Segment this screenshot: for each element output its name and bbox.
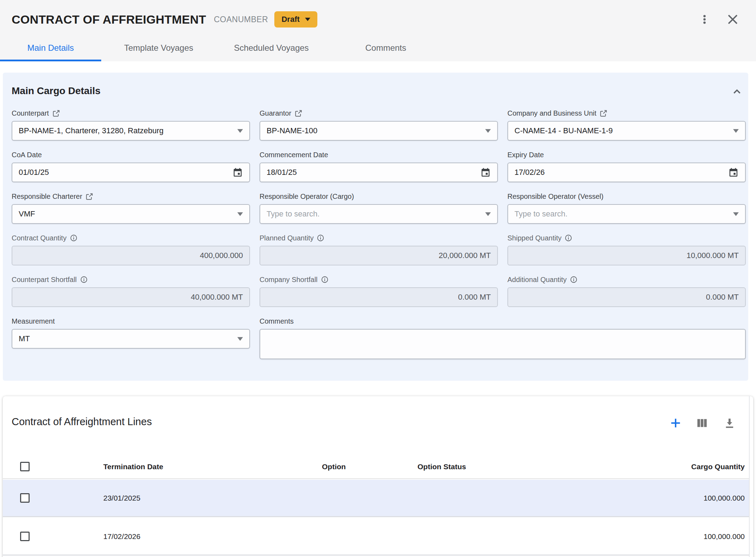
main-cargo-form: Counterpart BP-NAME-1, Charterer, 31280,… [12,108,746,369]
window-header: CONTRACT OF AFFREIGHTMENT COANUMBER Draf… [0,0,756,61]
cell-termination-date: 17/02/2026 [103,518,140,555]
company-shortfall-value: 0.000 MT [267,293,491,302]
chevron-down-icon [733,212,739,216]
coa-lines-section: Contract of Affreightment Lines Terminat… [3,396,753,557]
column-header-option-status[interactable]: Option Status [417,454,466,479]
info-icon[interactable] [565,234,572,242]
calendar-icon[interactable] [480,167,491,178]
shipped-quantity-label: Shipped Quantity [507,234,561,242]
manage-columns-button[interactable] [694,415,710,431]
counterpart-shortfall-label-row: Counterpart Shortfall [12,274,250,285]
company-shortfall-field: 0.000 MT [260,287,498,307]
counterpart-value: BP-NAME-1, Charterer, 31280, Ratzeburg [19,126,234,135]
cell-termination-date: 23/01/2025 [103,480,140,516]
info-icon[interactable] [570,276,578,283]
info-icon[interactable] [321,276,329,283]
commencement-date-input[interactable]: 18/01/25 [260,163,498,182]
responsible-charterer-value: VMF [19,209,234,219]
company-bu-select[interactable]: C-NAME-14 - BU-NAME-1-9 [507,121,746,141]
tab-comments[interactable]: Comments [327,39,445,61]
counterpart-select[interactable]: BP-NAME-1, Charterer, 31280, Ratzeburg [12,121,250,141]
coa-date-value: 01/01/25 [19,168,229,177]
plus-icon [669,416,682,430]
tab-scheduled-voyages[interactable]: Scheduled Voyages [216,39,327,61]
chevron-down-icon [485,212,491,216]
expiry-date-input[interactable]: 17/02/26 [507,163,746,182]
calendar-icon[interactable] [728,167,739,178]
download-icon [723,417,736,429]
external-link-icon[interactable] [294,109,303,117]
title-row: CONTRACT OF AFFREIGHTMENT COANUMBER Draf… [0,0,756,39]
page-title: CONTRACT OF AFFREIGHTMENT [12,13,206,26]
counterpart-shortfall-field: 40,000.000 MT [12,287,250,307]
responsible-operator-cargo-select[interactable]: Type to search. [260,204,498,224]
info-icon[interactable] [70,234,78,242]
form-row-5: Counterpart Shortfall 40,000.000 MT Comp… [12,274,746,307]
counterpart-shortfall-value: 40,000.000 MT [19,293,243,302]
responsible-operator-vessel-placeholder: Type to search. [514,209,730,219]
row-checkbox[interactable] [20,532,30,541]
close-button[interactable] [725,12,740,27]
row-checkbox[interactable] [20,493,30,503]
responsible-operator-cargo-label: Responsible Operator (Cargo) [260,192,354,201]
info-icon[interactable] [317,234,324,242]
measurement-select[interactable]: MT [12,329,250,349]
external-link-icon[interactable] [52,109,60,117]
additional-quantity-label: Additional Quantity [507,276,567,284]
lines-table-header: Termination Date Option Option Status Ca… [3,454,749,479]
counterpart-label-row: Counterpart [12,108,250,118]
tab-label: Scheduled Voyages [234,43,309,53]
info-icon[interactable] [80,276,88,283]
cell-cargo-quantity: 100,000.000 [703,518,745,555]
measurement-value: MT [19,334,234,343]
download-button[interactable] [722,415,737,431]
comments-textarea[interactable] [260,329,746,359]
counterpart-label: Counterpart [12,109,49,117]
external-link-icon[interactable] [599,109,608,117]
contract-quantity-field: 400,000.000 [12,246,250,265]
responsible-charterer-select[interactable]: VMF [12,204,250,224]
planned-quantity-field: 20,000.000 MT [260,246,498,265]
chevron-down-icon [733,129,739,133]
main-cargo-details-section: Main Cargo Details Counterpart BP-NAME-1… [3,73,748,381]
responsible-charterer-label: Responsible Charterer [12,192,82,201]
guarantor-value: BP-NAME-100 [267,126,482,135]
more-options-button[interactable] [697,12,712,27]
tab-template-voyages[interactable]: Template Voyages [101,39,216,61]
table-row[interactable]: 23/01/2025 100,000.000 [3,480,749,517]
status-badge[interactable]: Draft [274,11,317,27]
responsible-operator-vessel-select[interactable]: Type to search. [507,204,746,224]
table-row[interactable]: 17/02/2026 100,000.000 [3,518,749,556]
column-header-termination-date[interactable]: Termination Date [103,454,163,479]
chevron-down-icon [485,129,491,133]
guarantor-label: Guarantor [260,109,291,117]
tab-label: Main Details [27,43,74,53]
tab-main-details[interactable]: Main Details [0,39,101,61]
planned-quantity-value: 20,000.000 MT [267,251,491,260]
planned-quantity-label-row: Planned Quantity [260,233,498,243]
column-header-option[interactable]: Option [322,454,346,479]
chevron-down-icon [237,212,243,216]
form-row-2: CoA Date 01/01/25 Commencement Date 18/0… [12,149,746,182]
coa-date-input[interactable]: 01/01/25 [12,163,250,182]
guarantor-select[interactable]: BP-NAME-100 [260,121,498,141]
kebab-menu-icon [699,13,711,25]
external-link-icon[interactable] [85,192,93,201]
guarantor-label-row: Guarantor [260,108,498,118]
select-all-checkbox[interactable] [20,462,30,471]
form-row-3: Responsible Charterer VMF Responsible Op… [12,191,746,224]
chevron-down-icon [237,129,243,133]
chevron-down-icon [237,337,243,341]
contract-quantity-label: Contract Quantity [12,234,67,242]
commencement-date-value: 18/01/25 [267,168,477,177]
collapse-section-button[interactable] [730,85,744,99]
calendar-icon[interactable] [232,167,243,178]
responsible-charterer-label-row: Responsible Charterer [12,191,250,202]
columns-icon [696,417,708,429]
company-shortfall-label: Company Shortfall [260,276,318,284]
caret-down-icon [305,18,310,21]
column-header-cargo-quantity[interactable]: Cargo Quantity [691,454,745,479]
commencement-date-label: Commencement Date [260,151,328,159]
form-row-6: Measurement MT Comments [12,316,746,361]
add-line-button[interactable] [668,415,683,431]
